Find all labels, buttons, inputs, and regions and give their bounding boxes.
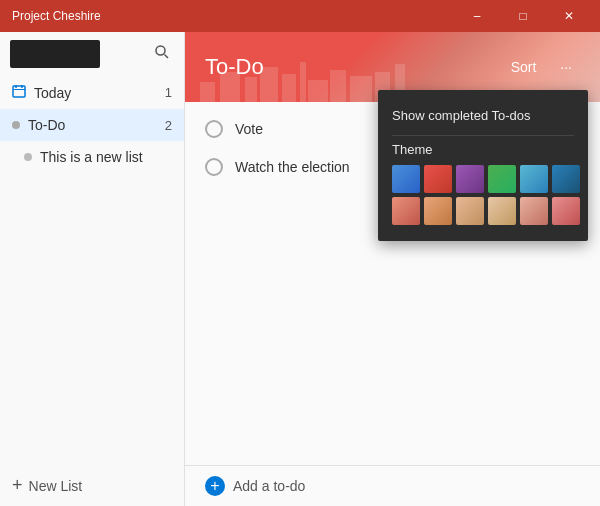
search-button[interactable] [150, 40, 174, 68]
theme-swatch-2[interactable] [456, 165, 484, 193]
theme-swatch-8[interactable] [456, 197, 484, 225]
theme-swatch-4[interactable] [520, 165, 548, 193]
new-list-label: This is a new list [40, 149, 143, 165]
window-controls: – □ ✕ [454, 0, 592, 32]
theme-swatch-6[interactable] [392, 197, 420, 225]
svg-line-1 [165, 55, 169, 59]
sidebar: Today 1 To-Do 2 This is a new list + New… [0, 32, 185, 506]
svg-rect-2 [13, 86, 25, 97]
add-todo-label: Add a to-do [233, 478, 305, 494]
sidebar-item-todo[interactable]: To-Do 2 [0, 109, 184, 141]
app-title: Project Cheshire [12, 9, 101, 23]
theme-swatch-10[interactable] [520, 197, 548, 225]
theme-swatch-0[interactable] [392, 165, 420, 193]
todo-text-vote: Vote [235, 121, 263, 137]
add-todo-footer[interactable]: + Add a to-do [185, 465, 600, 506]
new-list-button[interactable]: + New List [0, 465, 184, 506]
plus-icon: + [12, 475, 23, 496]
show-completed-item[interactable]: Show completed To-dos [392, 102, 574, 129]
svg-point-0 [156, 46, 165, 55]
app-body: Today 1 To-Do 2 This is a new list + New… [0, 32, 600, 506]
minimize-button[interactable]: – [454, 0, 500, 32]
list-dot-icon [24, 153, 32, 161]
sidebar-search-area [0, 32, 184, 76]
theme-swatch-11[interactable] [552, 197, 580, 225]
todo-count: 2 [165, 118, 172, 133]
add-plus-icon: + [205, 476, 225, 496]
theme-swatch-5[interactable] [552, 165, 580, 193]
sidebar-item-new-list[interactable]: This is a new list [0, 141, 184, 173]
more-options-button[interactable]: ··· [552, 55, 580, 79]
new-list-footer-label: New List [29, 478, 83, 494]
calendar-icon [12, 84, 26, 101]
menu-divider [392, 135, 574, 136]
main-title: To-Do [205, 54, 264, 80]
theme-label: Theme [392, 142, 574, 157]
today-icon-svg [12, 84, 26, 98]
title-bar: Project Cheshire – □ ✕ [0, 0, 600, 32]
sidebar-item-today[interactable]: Today 1 [0, 76, 184, 109]
search-icon [154, 44, 170, 60]
todo-dot-icon [12, 121, 20, 129]
theme-swatch-3[interactable] [488, 165, 516, 193]
today-label: Today [34, 85, 157, 101]
header-actions: Sort ··· [503, 55, 580, 79]
close-button[interactable]: ✕ [546, 0, 592, 32]
todo-circle-vote[interactable] [205, 120, 223, 138]
todo-circle-election[interactable] [205, 158, 223, 176]
sort-button[interactable]: Sort [503, 55, 545, 79]
theme-grid [392, 165, 574, 225]
context-menu: Show completed To-dos Theme [378, 90, 588, 241]
today-count: 1 [165, 85, 172, 100]
todo-text-election: Watch the election [235, 159, 350, 175]
theme-swatch-1[interactable] [424, 165, 452, 193]
app-logo [10, 40, 100, 68]
maximize-button[interactable]: □ [500, 0, 546, 32]
main-content: To-Do Sort ··· Vote Watch the election +… [185, 32, 600, 506]
theme-swatch-9[interactable] [488, 197, 516, 225]
todo-label: To-Do [28, 117, 157, 133]
theme-swatch-7[interactable] [424, 197, 452, 225]
